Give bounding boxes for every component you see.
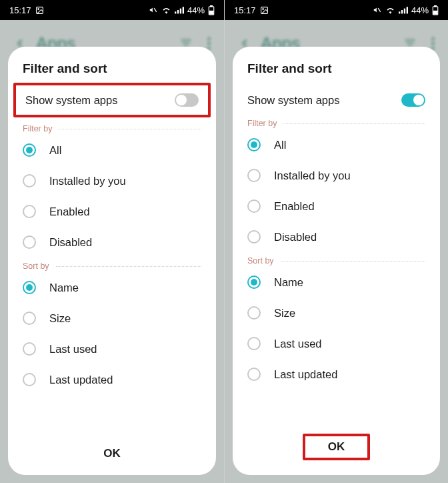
more-icon [207,37,211,49]
show-system-label: Show system apps [247,94,339,107]
dialog-footer: OK [8,435,216,475]
ok-button[interactable]: OK [103,447,121,460]
radio-icon [23,342,36,356]
image-icon [260,6,269,15]
radio-selected-icon [247,138,261,151]
svg-rect-20 [401,10,403,13]
filter-disabled[interactable]: Disabled [233,221,440,252]
filter-sort-dialog: Filter and sort Show system apps Filter … [8,47,216,475]
sort-last-used[interactable]: Last used [8,334,216,364]
status-battery: 44% [187,5,205,15]
radio-icon [23,205,36,218]
mute-icon [149,5,158,15]
sort-size[interactable]: Size [8,303,216,334]
filter-by-label: Filter by [247,119,277,128]
filter-all[interactable]: All [8,135,216,165]
divider-dots [283,123,425,124]
svg-point-17 [262,8,263,9]
status-bar: 15:17 44% [0,0,224,20]
filter-installed[interactable]: Installed by you [233,160,440,191]
sort-last-updated[interactable]: Last updated [233,359,440,390]
show-system-row[interactable]: Show system apps [16,85,208,115]
status-bar: 15:17 44% [225,0,448,20]
dialog-title: Filter and sort [233,61,440,85]
svg-rect-21 [404,9,405,14]
filter-by-section: Filter by [8,120,216,135]
radio-icon [247,169,261,182]
svg-rect-24 [435,5,437,6]
svg-rect-8 [211,5,213,6]
svg-point-1 [37,8,39,9]
signal-icon [399,6,408,14]
image-icon [35,6,44,15]
radio-icon [23,174,36,187]
svg-rect-4 [177,10,179,13]
highlight-toggle: Show system apps [13,83,211,117]
show-system-label: Show system apps [25,94,117,107]
radio-selected-icon [247,276,261,289]
radio-icon [23,312,36,325]
battery-icon [208,5,215,15]
svg-line-18 [378,8,381,12]
show-system-toggle[interactable] [175,93,199,107]
show-system-row[interactable]: Show system apps [233,85,440,115]
radio-icon [247,337,261,350]
sort-size[interactable]: Size [233,298,440,328]
divider-dots [59,129,201,129]
svg-point-13 [208,37,211,40]
filter-disabled[interactable]: Disabled [8,227,216,258]
filter-by-section: Filter by [233,115,440,129]
svg-rect-5 [180,9,181,14]
radio-icon [23,235,36,249]
filter-by-label: Filter by [23,124,52,133]
radio-icon [247,230,261,244]
filter-enabled[interactable]: Enabled [8,196,216,227]
filter-all[interactable]: All [233,129,440,160]
status-time: 15:17 [9,5,31,15]
divider-dots [281,261,425,262]
radio-icon [247,306,261,320]
ok-button[interactable]: OK [328,440,345,453]
wifi-icon [161,6,171,14]
svg-rect-9 [209,11,213,14]
radio-icon [247,199,261,213]
dialog-title: Filter and sort [8,61,216,85]
show-system-toggle[interactable] [401,93,425,107]
status-time: 15:17 [234,5,256,15]
divider-dots [56,266,201,267]
svg-rect-22 [407,7,408,13]
filter-installed[interactable]: Installed by you [8,165,216,196]
svg-rect-25 [433,11,437,14]
more-icon [431,37,435,49]
radio-icon [247,368,261,381]
dialog-footer: OK [233,422,440,475]
svg-point-14 [208,42,211,45]
svg-point-29 [432,37,435,40]
radio-icon [23,373,36,386]
sort-by-section: Sort by [8,258,216,272]
sort-name[interactable]: Name [233,267,440,298]
radio-selected-icon [23,143,36,157]
highlight-ok: OK [303,434,371,460]
sort-last-used[interactable]: Last used [233,328,440,359]
svg-rect-19 [399,11,400,13]
filter-enabled[interactable]: Enabled [233,191,440,221]
svg-point-30 [432,42,435,45]
svg-line-2 [154,8,157,12]
phone-left: 15:17 44% Apps Filter and sort Show syst… [0,0,224,483]
sort-by-label: Sort by [247,256,274,266]
sort-last-updated[interactable]: Last updated [8,364,216,395]
mute-icon [373,5,382,15]
phone-right: 15:17 44% Apps Filter and sort Show syst… [224,0,448,483]
status-battery: 44% [411,5,429,15]
svg-rect-6 [183,7,184,13]
sort-by-label: Sort by [23,262,49,271]
sort-name[interactable]: Name [8,272,216,303]
battery-icon [432,5,439,15]
filter-sort-dialog: Filter and sort Show system apps Filter … [233,47,440,475]
wifi-icon [385,6,395,14]
sort-by-section: Sort by [233,252,440,267]
signal-icon [175,6,184,14]
radio-selected-icon [23,281,36,294]
svg-rect-3 [175,11,176,13]
